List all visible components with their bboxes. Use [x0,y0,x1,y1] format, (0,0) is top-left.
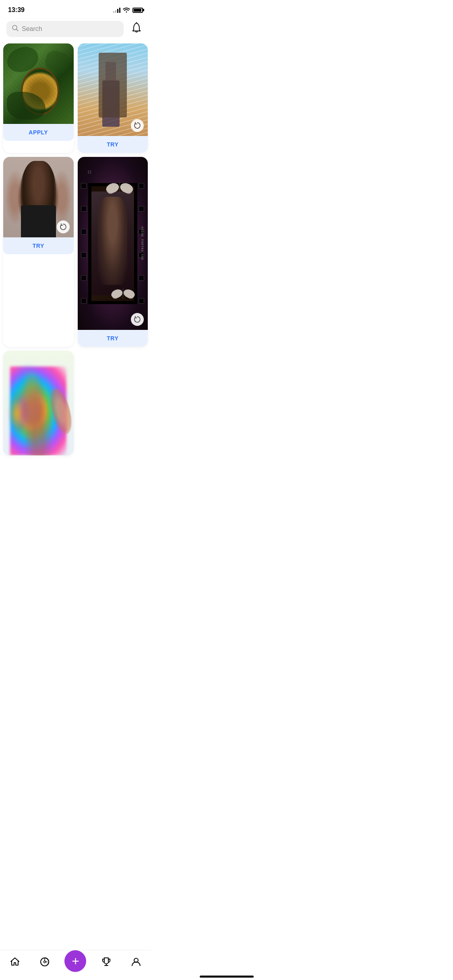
card-image-portrait [3,157,74,237]
search-icon [12,25,19,33]
card-film-butterfly: KODAK PORTRA 400 13 TRY [78,157,148,347]
card-colorful [3,351,74,455]
replay-button-portrait[interactable] [57,220,70,233]
signal-icon [113,7,120,13]
status-bar: 13:39 [0,0,151,18]
card-grid: APPLY TRY [3,43,148,455]
status-time: 13:39 [8,6,25,14]
try-button-film[interactable]: TRY [78,330,148,347]
bell-icon [131,22,142,36]
notification-button[interactable] [128,21,145,37]
card-image-colorful [3,351,74,455]
try-button-portrait[interactable]: TRY [3,237,74,254]
replay-button-plastic[interactable] [131,119,144,132]
header: Search [0,18,151,42]
card-ghost-portrait: TRY [3,157,74,347]
film-sprockets-left [81,174,87,313]
card-nature-mask: APPLY [3,43,74,153]
butterfly-bottom [111,278,135,309]
search-bar[interactable]: Search [6,21,124,37]
card-plastic-wrap: TRY [78,43,148,153]
status-icons [113,7,143,14]
apply-button[interactable]: APPLY [3,124,74,141]
battery-icon [132,8,143,13]
card-image-plastic [78,43,148,136]
wifi-icon [123,7,130,14]
card-image-film: KODAK PORTRA 400 13 [78,157,148,330]
card-image-nature [3,43,74,124]
search-placeholder: Search [22,25,42,33]
butterfly-top [105,171,134,205]
content: APPLY TRY [0,42,151,488]
replay-button-film[interactable] [131,313,144,326]
svg-line-1 [17,29,19,31]
try-button-plastic[interactable]: TRY [78,136,148,153]
